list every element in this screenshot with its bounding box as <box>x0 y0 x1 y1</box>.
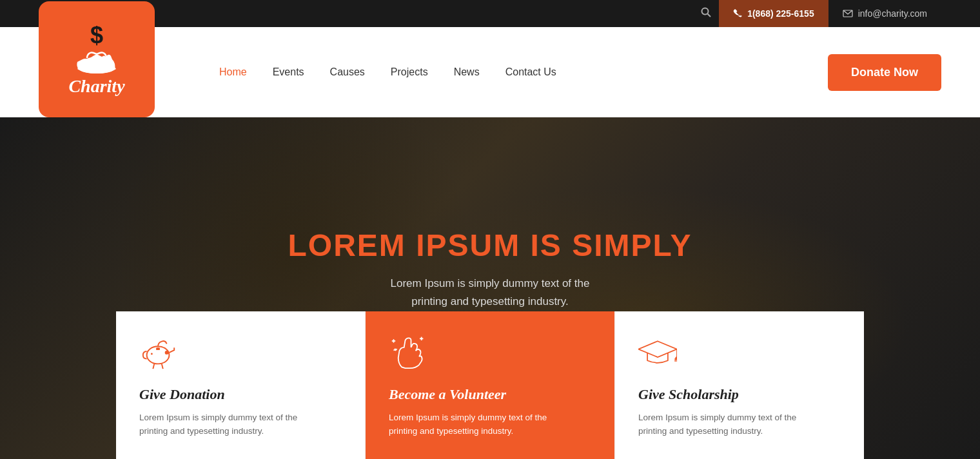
card-scholarship[interactable]: Give Scholarship Lorem Ipsum is simply d… <box>615 311 864 459</box>
hero-section: LOREM IPSUM IS SIMPLY Lorem Ipsum is sim… <box>0 117 980 459</box>
phone-contact[interactable]: 1(868) 225-6155 <box>719 0 828 27</box>
hero-content: LOREM IPSUM IS SIMPLY Lorem Ipsum is sim… <box>288 228 692 309</box>
nav-home[interactable]: Home <box>219 66 247 78</box>
svg-line-4 <box>708 14 711 17</box>
card-donation[interactable]: Give Donation Lorem Ipsum is simply dumm… <box>116 311 366 459</box>
nav-events[interactable]: Events <box>273 66 304 78</box>
hero-title: LOREM IPSUM IS SIMPLY <box>288 228 692 263</box>
logo[interactable]: $ Charity <box>39 1 155 117</box>
card-donation-desc: Lorem Ipsum is simply dummy text of the … <box>139 411 342 438</box>
search-icon[interactable] <box>701 7 711 20</box>
svg-marker-18 <box>638 341 677 357</box>
volunteer-hand-icon <box>389 335 591 375</box>
hero-subtitle: Lorem Ipsum is simply dummy text of the … <box>288 275 692 309</box>
logo-text: Charity <box>68 76 124 97</box>
hero-subtitle-line1: Lorem Ipsum is simply dummy text of the <box>391 277 590 289</box>
piggy-bank-icon <box>139 335 342 375</box>
phone-number: 1(868) 225-6155 <box>747 8 814 19</box>
email-contact[interactable]: info@charity.com <box>828 0 941 27</box>
email-address: info@charity.com <box>858 8 927 19</box>
nav-contact[interactable]: Contact Us <box>505 66 556 78</box>
svg-point-11 <box>151 353 153 355</box>
card-scholarship-title: Give Scholarship <box>638 386 841 403</box>
dollar-icon: $ <box>90 22 103 49</box>
donate-button[interactable]: Donate Now <box>828 54 941 91</box>
card-volunteer-desc: Lorem Ipsum is simply dummy text of the … <box>389 411 591 438</box>
header: $ Charity Home Events Causes Projects Ne… <box>0 27 980 117</box>
svg-line-17 <box>394 349 397 350</box>
svg-point-8 <box>165 351 169 355</box>
hero-subtitle-line2: printing and typesetting industry. <box>411 295 569 308</box>
graduation-cap-icon <box>638 335 841 375</box>
main-nav: Home Events Causes Projects News Contact… <box>219 66 828 78</box>
svg-point-19 <box>647 346 668 353</box>
topbar-right: 1(868) 225-6155 info@charity.com <box>701 0 941 27</box>
card-donation-title: Give Donation <box>139 386 342 403</box>
hand-icon <box>71 46 122 73</box>
cards-row: Give Donation Lorem Ipsum is simply dumm… <box>116 311 864 459</box>
card-volunteer[interactable]: Become a Volunteer Lorem Ipsum is simply… <box>366 311 615 459</box>
nav-projects[interactable]: Projects <box>391 66 428 78</box>
nav-news[interactable]: News <box>454 66 480 78</box>
svg-point-3 <box>702 8 709 15</box>
card-volunteer-title: Become a Volunteer <box>389 386 591 403</box>
nav-causes[interactable]: Causes <box>330 66 365 78</box>
card-scholarship-desc: Lorem Ipsum is simply dummy text of the … <box>638 411 841 438</box>
